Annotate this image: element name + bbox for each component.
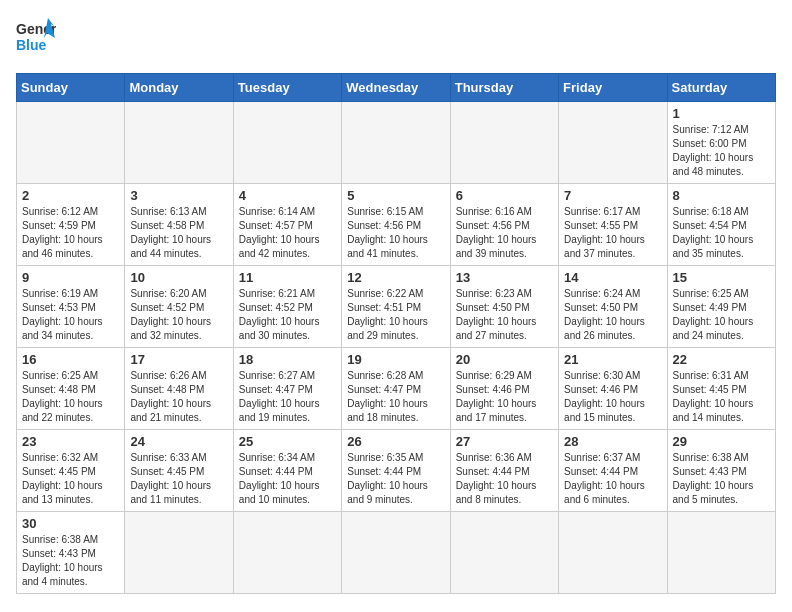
logo: General Blue bbox=[16, 16, 56, 61]
day-info: Sunrise: 6:17 AM Sunset: 4:55 PM Dayligh… bbox=[564, 205, 661, 261]
day-number: 6 bbox=[456, 188, 553, 203]
calendar-cell: 23Sunrise: 6:32 AM Sunset: 4:45 PM Dayli… bbox=[17, 430, 125, 512]
day-info: Sunrise: 6:25 AM Sunset: 4:48 PM Dayligh… bbox=[22, 369, 119, 425]
calendar-cell: 21Sunrise: 6:30 AM Sunset: 4:46 PM Dayli… bbox=[559, 348, 667, 430]
calendar-cell: 18Sunrise: 6:27 AM Sunset: 4:47 PM Dayli… bbox=[233, 348, 341, 430]
calendar-table: SundayMondayTuesdayWednesdayThursdayFrid… bbox=[16, 73, 776, 594]
calendar-week-row: 23Sunrise: 6:32 AM Sunset: 4:45 PM Dayli… bbox=[17, 430, 776, 512]
day-info: Sunrise: 6:15 AM Sunset: 4:56 PM Dayligh… bbox=[347, 205, 444, 261]
day-info: Sunrise: 6:14 AM Sunset: 4:57 PM Dayligh… bbox=[239, 205, 336, 261]
day-number: 11 bbox=[239, 270, 336, 285]
calendar-cell: 17Sunrise: 6:26 AM Sunset: 4:48 PM Dayli… bbox=[125, 348, 233, 430]
day-info: Sunrise: 6:29 AM Sunset: 4:46 PM Dayligh… bbox=[456, 369, 553, 425]
calendar-cell: 24Sunrise: 6:33 AM Sunset: 4:45 PM Dayli… bbox=[125, 430, 233, 512]
day-info: Sunrise: 6:28 AM Sunset: 4:47 PM Dayligh… bbox=[347, 369, 444, 425]
calendar-cell: 4Sunrise: 6:14 AM Sunset: 4:57 PM Daylig… bbox=[233, 184, 341, 266]
day-number: 23 bbox=[22, 434, 119, 449]
calendar-week-row: 9Sunrise: 6:19 AM Sunset: 4:53 PM Daylig… bbox=[17, 266, 776, 348]
day-info: Sunrise: 6:12 AM Sunset: 4:59 PM Dayligh… bbox=[22, 205, 119, 261]
calendar-cell bbox=[125, 512, 233, 594]
day-number: 17 bbox=[130, 352, 227, 367]
calendar-cell: 29Sunrise: 6:38 AM Sunset: 4:43 PM Dayli… bbox=[667, 430, 775, 512]
day-number: 20 bbox=[456, 352, 553, 367]
day-info: Sunrise: 6:23 AM Sunset: 4:50 PM Dayligh… bbox=[456, 287, 553, 343]
weekday-header-row: SundayMondayTuesdayWednesdayThursdayFrid… bbox=[17, 74, 776, 102]
weekday-header-friday: Friday bbox=[559, 74, 667, 102]
day-info: Sunrise: 6:27 AM Sunset: 4:47 PM Dayligh… bbox=[239, 369, 336, 425]
calendar-cell: 25Sunrise: 6:34 AM Sunset: 4:44 PM Dayli… bbox=[233, 430, 341, 512]
svg-text:Blue: Blue bbox=[16, 37, 47, 53]
weekday-header-wednesday: Wednesday bbox=[342, 74, 450, 102]
calendar-cell: 7Sunrise: 6:17 AM Sunset: 4:55 PM Daylig… bbox=[559, 184, 667, 266]
day-number: 26 bbox=[347, 434, 444, 449]
calendar-cell: 27Sunrise: 6:36 AM Sunset: 4:44 PM Dayli… bbox=[450, 430, 558, 512]
day-number: 3 bbox=[130, 188, 227, 203]
calendar-cell: 16Sunrise: 6:25 AM Sunset: 4:48 PM Dayli… bbox=[17, 348, 125, 430]
day-info: Sunrise: 6:31 AM Sunset: 4:45 PM Dayligh… bbox=[673, 369, 770, 425]
day-number: 14 bbox=[564, 270, 661, 285]
day-number: 13 bbox=[456, 270, 553, 285]
calendar-cell: 19Sunrise: 6:28 AM Sunset: 4:47 PM Dayli… bbox=[342, 348, 450, 430]
day-number: 4 bbox=[239, 188, 336, 203]
calendar-cell: 3Sunrise: 6:13 AM Sunset: 4:58 PM Daylig… bbox=[125, 184, 233, 266]
calendar-cell: 5Sunrise: 6:15 AM Sunset: 4:56 PM Daylig… bbox=[342, 184, 450, 266]
day-info: Sunrise: 6:24 AM Sunset: 4:50 PM Dayligh… bbox=[564, 287, 661, 343]
day-number: 30 bbox=[22, 516, 119, 531]
calendar-cell: 10Sunrise: 6:20 AM Sunset: 4:52 PM Dayli… bbox=[125, 266, 233, 348]
day-number: 16 bbox=[22, 352, 119, 367]
calendar-cell: 1Sunrise: 7:12 AM Sunset: 6:00 PM Daylig… bbox=[667, 102, 775, 184]
calendar-cell: 12Sunrise: 6:22 AM Sunset: 4:51 PM Dayli… bbox=[342, 266, 450, 348]
day-info: Sunrise: 6:22 AM Sunset: 4:51 PM Dayligh… bbox=[347, 287, 444, 343]
day-number: 8 bbox=[673, 188, 770, 203]
day-info: Sunrise: 6:13 AM Sunset: 4:58 PM Dayligh… bbox=[130, 205, 227, 261]
logo-container: General Blue bbox=[16, 16, 56, 61]
day-info: Sunrise: 6:36 AM Sunset: 4:44 PM Dayligh… bbox=[456, 451, 553, 507]
day-info: Sunrise: 6:30 AM Sunset: 4:46 PM Dayligh… bbox=[564, 369, 661, 425]
day-info: Sunrise: 6:33 AM Sunset: 4:45 PM Dayligh… bbox=[130, 451, 227, 507]
day-info: Sunrise: 6:16 AM Sunset: 4:56 PM Dayligh… bbox=[456, 205, 553, 261]
weekday-header-thursday: Thursday bbox=[450, 74, 558, 102]
weekday-header-tuesday: Tuesday bbox=[233, 74, 341, 102]
calendar-cell bbox=[342, 512, 450, 594]
weekday-header-sunday: Sunday bbox=[17, 74, 125, 102]
calendar-cell: 30Sunrise: 6:38 AM Sunset: 4:43 PM Dayli… bbox=[17, 512, 125, 594]
weekday-header-saturday: Saturday bbox=[667, 74, 775, 102]
day-number: 27 bbox=[456, 434, 553, 449]
calendar-cell: 22Sunrise: 6:31 AM Sunset: 4:45 PM Dayli… bbox=[667, 348, 775, 430]
day-number: 21 bbox=[564, 352, 661, 367]
day-number: 10 bbox=[130, 270, 227, 285]
day-info: Sunrise: 6:37 AM Sunset: 4:44 PM Dayligh… bbox=[564, 451, 661, 507]
day-number: 2 bbox=[22, 188, 119, 203]
calendar-cell: 13Sunrise: 6:23 AM Sunset: 4:50 PM Dayli… bbox=[450, 266, 558, 348]
day-info: Sunrise: 6:18 AM Sunset: 4:54 PM Dayligh… bbox=[673, 205, 770, 261]
calendar-cell bbox=[450, 102, 558, 184]
calendar-cell: 11Sunrise: 6:21 AM Sunset: 4:52 PM Dayli… bbox=[233, 266, 341, 348]
calendar-cell bbox=[667, 512, 775, 594]
calendar-cell bbox=[559, 102, 667, 184]
day-info: Sunrise: 6:20 AM Sunset: 4:52 PM Dayligh… bbox=[130, 287, 227, 343]
day-info: Sunrise: 6:19 AM Sunset: 4:53 PM Dayligh… bbox=[22, 287, 119, 343]
calendar-cell bbox=[342, 102, 450, 184]
day-info: Sunrise: 6:21 AM Sunset: 4:52 PM Dayligh… bbox=[239, 287, 336, 343]
calendar-cell: 14Sunrise: 6:24 AM Sunset: 4:50 PM Dayli… bbox=[559, 266, 667, 348]
day-number: 24 bbox=[130, 434, 227, 449]
calendar-cell bbox=[450, 512, 558, 594]
calendar-cell bbox=[559, 512, 667, 594]
day-number: 28 bbox=[564, 434, 661, 449]
day-info: Sunrise: 6:34 AM Sunset: 4:44 PM Dayligh… bbox=[239, 451, 336, 507]
day-info: Sunrise: 7:12 AM Sunset: 6:00 PM Dayligh… bbox=[673, 123, 770, 179]
calendar-cell bbox=[233, 512, 341, 594]
day-number: 19 bbox=[347, 352, 444, 367]
day-info: Sunrise: 6:32 AM Sunset: 4:45 PM Dayligh… bbox=[22, 451, 119, 507]
day-number: 12 bbox=[347, 270, 444, 285]
day-info: Sunrise: 6:38 AM Sunset: 4:43 PM Dayligh… bbox=[22, 533, 119, 589]
calendar-cell: 2Sunrise: 6:12 AM Sunset: 4:59 PM Daylig… bbox=[17, 184, 125, 266]
calendar-week-row: 1Sunrise: 7:12 AM Sunset: 6:00 PM Daylig… bbox=[17, 102, 776, 184]
calendar-cell: 28Sunrise: 6:37 AM Sunset: 4:44 PM Dayli… bbox=[559, 430, 667, 512]
day-number: 15 bbox=[673, 270, 770, 285]
calendar-week-row: 2Sunrise: 6:12 AM Sunset: 4:59 PM Daylig… bbox=[17, 184, 776, 266]
day-info: Sunrise: 6:26 AM Sunset: 4:48 PM Dayligh… bbox=[130, 369, 227, 425]
day-info: Sunrise: 6:25 AM Sunset: 4:49 PM Dayligh… bbox=[673, 287, 770, 343]
generalblue-logo-icon: General Blue bbox=[16, 16, 56, 61]
day-number: 25 bbox=[239, 434, 336, 449]
